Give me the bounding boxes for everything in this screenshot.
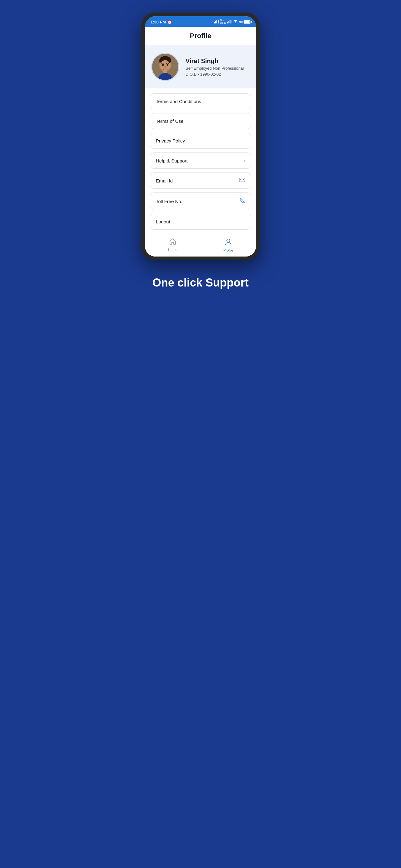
menu-item-toll-free[interactable]: Toll Free No. [150,192,251,210]
bottom-headline: One click Support [146,276,255,289]
menu-item-privacy-policy[interactable]: Privacy Policy [150,133,251,149]
alarm-icon: ⏰ [167,20,172,24]
nav-item-profile[interactable]: Profile [201,238,256,252]
signal-icon [214,20,219,24]
wifi-signal-icon [227,20,232,24]
menu-item-terms-conditions[interactable]: Terms and Conditions [150,93,251,110]
svg-rect-7 [231,20,231,24]
battery-percent: 90 [239,20,243,24]
phone-icon [239,198,245,205]
svg-rect-3 [218,20,219,24]
svg-point-13 [162,64,164,66]
profile-icon [225,238,232,247]
menu-item-help-support[interactable]: Help & Support › [150,153,251,169]
status-right: VoWiFi [214,19,250,25]
vo-wifi-label: VoWiFi [220,19,226,25]
svg-rect-16 [239,178,245,182]
menu-list: Terms and Conditions Terms of Use Privac… [145,88,256,235]
mail-icon [239,178,245,183]
status-left: 1:30 PM ⏰ [151,20,172,24]
svg-rect-5 [228,21,229,24]
profile-role: Self Employed Non Professional [186,66,244,71]
home-icon [169,238,176,247]
menu-item-email-id[interactable]: Email Id [150,173,251,189]
svg-rect-0 [214,22,215,24]
nav-label-profile: Profile [223,248,233,252]
menu-item-label: Help & Support [156,158,188,163]
profile-dob: D.O.B - 1990-02-02 [186,72,244,76]
nav-item-home[interactable]: Home [145,238,201,252]
menu-item-label: Privacy Policy [156,138,185,144]
bottom-nav: Home Profile [145,235,256,256]
phone-screen: 1:30 PM ⏰ VoWiFi [145,16,256,256]
status-bar: 1:30 PM ⏰ VoWiFi [145,16,256,27]
avatar-container [151,53,179,81]
profile-info: Virat Singh Self Employed Non Profession… [186,58,244,76]
profile-name: Virat Singh [186,58,244,65]
page-wrapper: 1:30 PM ⏰ VoWiFi [135,12,266,289]
svg-point-14 [167,64,169,66]
avatar [151,53,179,81]
profile-card: Virat Singh Self Employed Non Profession… [145,45,256,88]
nav-label-home: Home [168,248,177,251]
menu-item-logout[interactable]: Logout [150,214,251,230]
menu-item-label: Email Id [156,178,173,183]
phone-frame: 1:30 PM ⏰ VoWiFi [141,12,260,260]
menu-item-label: Toll Free No. [156,199,182,204]
app-header: Profile [145,27,256,45]
battery-indicator: 90 [239,20,250,24]
wifi-icon [233,20,238,24]
menu-item-label: Terms and Conditions [156,99,201,104]
chevron-right-icon: › [244,158,245,163]
svg-point-17 [227,239,230,242]
menu-item-terms-use[interactable]: Terms of Use [150,113,251,129]
menu-item-label: Terms of Use [156,118,183,124]
menu-item-label: Logout [156,219,170,224]
bottom-headline-text: One click Support [153,276,248,289]
page-title: Profile [190,32,211,40]
svg-rect-2 [216,20,218,24]
time-display: 1:30 PM [151,20,166,24]
svg-rect-6 [230,20,231,24]
svg-rect-4 [227,22,228,24]
svg-rect-1 [215,21,216,24]
